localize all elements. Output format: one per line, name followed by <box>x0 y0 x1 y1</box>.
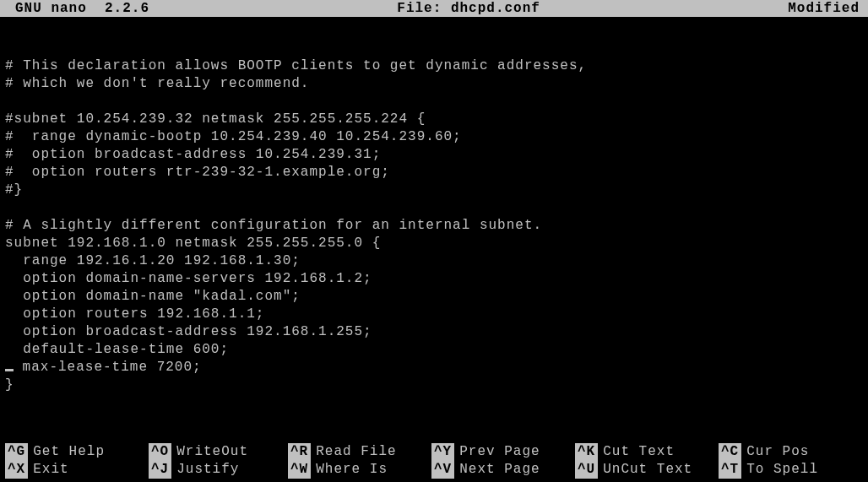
shortcut-key: ^T <box>719 461 741 479</box>
editor-line: option domain-name-servers 192.168.1.2; <box>5 271 372 286</box>
shortcut-key: ^X <box>5 461 28 479</box>
file-label: File: <box>397 1 442 16</box>
editor-area[interactable]: # This declaration allows BOOTP clients … <box>0 17 868 394</box>
editor-line: option broadcast-address 192.168.1.255; <box>5 324 372 339</box>
shortcut-label: Next Page <box>454 461 547 479</box>
shortcut-label: Exit <box>28 461 121 479</box>
modified-status: Modified <box>788 0 868 17</box>
text-cursor <box>5 369 14 371</box>
file-indicator: File: dhcpd.conf <box>149 0 788 17</box>
shortcut-key: ^K <box>575 443 598 461</box>
shortcut-key: ^Y <box>431 443 454 461</box>
title-bar: GNU nano 2.2.6 File: dhcpd.conf Modified <box>0 0 868 17</box>
shortcut-key: ^C <box>719 443 741 461</box>
shortcut-where-is[interactable]: ^WWhere Is <box>288 461 431 479</box>
shortcut-label: Cut Text <box>598 443 691 461</box>
editor-line: option domain-name "kadal.com"; <box>5 289 301 304</box>
shortcut-row-2: ^XExit ^JJustify ^WWhere Is ^VNext Page … <box>5 461 863 479</box>
shortcut-label: Prev Page <box>454 443 547 461</box>
app-version: GNU nano 2.2.6 <box>0 0 149 17</box>
shortcut-key: ^R <box>288 443 311 461</box>
editor-line: subnet 192.168.1.0 netmask 255.255.255.0… <box>5 236 381 251</box>
editor-line: #} <box>5 182 23 198</box>
shortcut-label: Read File <box>311 443 404 461</box>
shortcut-prev-page[interactable]: ^YPrev Page <box>431 443 575 461</box>
shortcut-get-help[interactable]: ^GGet Help <box>5 443 149 461</box>
shortcut-label: Cur Pos <box>741 443 834 461</box>
shortcut-uncut-text[interactable]: ^UUnCut Text <box>575 461 719 479</box>
editor-line: # which we don't really recommend. <box>5 76 309 91</box>
file-name: dhcpd.conf <box>451 1 540 16</box>
editor-line: # range dynamic-bootp 10.254.239.40 10.2… <box>5 129 462 144</box>
editor-line: # option routers rtr-239-32-1.example.or… <box>5 165 390 180</box>
editor-line-cursor: max-lease-time 7200; <box>14 360 202 375</box>
shortcut-key: ^G <box>5 443 28 461</box>
shortcut-exit[interactable]: ^XExit <box>5 461 149 479</box>
app-version-number: 2.2.6 <box>105 1 149 16</box>
shortcut-row-1: ^GGet Help ^OWriteOut ^RRead File ^YPrev… <box>5 443 863 461</box>
shortcut-key: ^O <box>149 443 171 461</box>
editor-line: # option broadcast-address 10.254.239.31… <box>5 147 381 162</box>
shortcut-label: Get Help <box>28 443 121 461</box>
editor-line: range 192.16.1.20 192.168.1.30; <box>5 253 301 268</box>
shortcut-bar: ^GGet Help ^OWriteOut ^RRead File ^YPrev… <box>0 443 868 479</box>
editor-line: # This declaration allows BOOTP clients … <box>5 58 587 73</box>
shortcut-writeout[interactable]: ^OWriteOut <box>149 443 288 461</box>
app-name: GNU nano <box>15 1 87 16</box>
shortcut-read-file[interactable]: ^RRead File <box>288 443 431 461</box>
shortcut-key: ^W <box>288 461 311 479</box>
shortcut-key: ^J <box>149 461 171 479</box>
shortcut-label: Justify <box>171 461 264 479</box>
shortcut-label: WriteOut <box>171 443 264 461</box>
editor-line: option routers 192.168.1.1; <box>5 306 264 322</box>
shortcut-justify[interactable]: ^JJustify <box>149 461 288 479</box>
editor-line: } <box>5 377 14 393</box>
shortcut-label: UnCut Text <box>598 461 697 479</box>
editor-line: # A slightly different configuration for… <box>5 218 542 233</box>
editor-line: default-lease-time 600; <box>5 342 229 357</box>
editor-line: #subnet 10.254.239.32 netmask 255.255.25… <box>5 111 426 127</box>
shortcut-cur-pos[interactable]: ^CCur Pos <box>719 443 845 461</box>
shortcut-label: To Spell <box>741 461 834 479</box>
shortcut-key: ^V <box>431 461 454 479</box>
shortcut-cut-text[interactable]: ^KCut Text <box>575 443 719 461</box>
shortcut-next-page[interactable]: ^VNext Page <box>431 461 575 479</box>
shortcut-to-spell[interactable]: ^TTo Spell <box>719 461 845 479</box>
shortcut-key: ^U <box>575 461 598 479</box>
shortcut-label: Where Is <box>311 461 404 479</box>
